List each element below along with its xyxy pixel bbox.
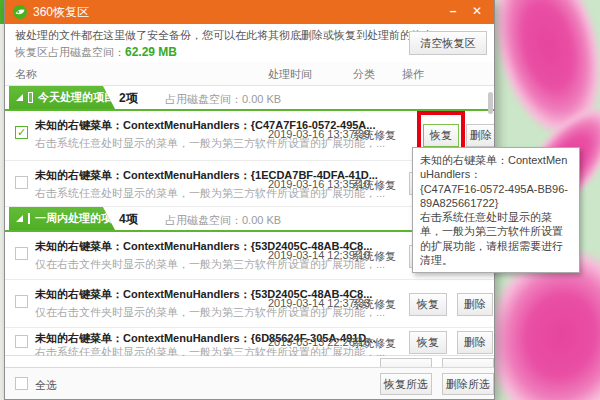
minimize-button[interactable]: – xyxy=(442,0,464,22)
group-title: 今天处理的项目 xyxy=(38,90,115,105)
column-time: 处理时间 xyxy=(268,67,312,82)
restore-selected-button[interactable]: 恢复所选 xyxy=(380,373,432,395)
group-checkbox[interactable] xyxy=(28,213,30,224)
group-banner[interactable]: 一周内处理的项目 xyxy=(9,207,115,230)
select-all-checkbox[interactable] xyxy=(15,377,28,390)
column-category: 分类 xyxy=(353,67,375,82)
group-title: 一周内处理的项目 xyxy=(35,211,123,226)
clipped-row xyxy=(5,356,494,367)
check-icon: ✓ xyxy=(17,126,26,138)
clipped-restore-button[interactable] xyxy=(380,358,432,367)
delete-button[interactable]: 删除 xyxy=(457,331,493,354)
bottom-action-bar: 全选 恢复所选 删除所选 xyxy=(5,367,494,399)
column-name: 名称 xyxy=(15,67,37,82)
row-checkbox-checked[interactable]: ✓ xyxy=(15,126,28,139)
clear-recovery-button[interactable]: 清空恢复区 xyxy=(409,31,487,55)
close-button[interactable]: ✕ xyxy=(466,0,488,22)
clipped-delete-button[interactable] xyxy=(442,358,494,367)
row-checkbox[interactable] xyxy=(15,295,28,308)
column-header-row: 名称 处理时间 分类 操作 xyxy=(5,62,494,86)
group-header-today: 今天处理的项目 2项 占用磁盘空间：0.00 KB xyxy=(5,86,494,111)
group-count: 4项 xyxy=(119,211,138,228)
app-logo-icon xyxy=(13,5,27,19)
table-row: 未知的右键菜单：ContextMenuHandlers：{6D85624F-30… xyxy=(5,328,494,356)
intro-section: 被处理的文件都在这里做了安全备份，您可以在此将其彻底删除或恢复到处理前的状态。 … xyxy=(5,24,494,62)
expand-arrow-icon[interactable] xyxy=(16,94,23,101)
delete-button[interactable]: 删除 xyxy=(457,293,493,316)
group-disk-usage: 占用磁盘空间：0.00 KB xyxy=(165,92,281,107)
disk-usage-value: 62.29 MB xyxy=(125,45,177,59)
row-category: 系统修复 xyxy=(352,249,396,264)
delete-button[interactable]: 删除 xyxy=(466,124,494,147)
row-checkbox[interactable] xyxy=(15,247,28,260)
disk-usage-label: 恢复区占用磁盘空间： xyxy=(15,46,125,58)
intro-description: 被处理的文件都在这里做了安全备份，您可以在此将其彻底删除或恢复到处理前的状态。 xyxy=(15,28,444,43)
row-category: 系统修复 xyxy=(352,178,396,193)
row-checkbox[interactable] xyxy=(15,335,28,348)
select-all-label: 全选 xyxy=(35,378,57,393)
row-category: 系统修复 xyxy=(352,128,396,143)
group-disk-usage: 占用磁盘空间：0.00 KB xyxy=(165,213,281,228)
group-banner[interactable]: 今天处理的项目 xyxy=(9,86,115,109)
restore-button[interactable]: 恢复 xyxy=(409,331,447,354)
restore-button[interactable]: 恢复 xyxy=(423,124,459,147)
row-category: 系统修复 xyxy=(352,336,396,351)
table-row: 未知的右键菜单：ContextMenuHandlers：{53D2405C-48… xyxy=(5,280,494,328)
tooltip-description: 右击系统任意处时显示的菜单，一般为第三方软件所设置的扩展功能，请根据需要进行清理… xyxy=(420,210,572,267)
row-category: 系统修复 xyxy=(352,297,396,312)
item-tooltip: 未知的右键菜单：ContextMenuHandlers： {C47A7F16-0… xyxy=(412,147,580,273)
expand-arrow-icon[interactable] xyxy=(16,215,23,222)
restore-button[interactable]: 恢复 xyxy=(409,293,447,316)
group-checkbox[interactable] xyxy=(28,92,33,103)
tooltip-guid: {C47A7F16-0572-495A-BB96-89A825661722} xyxy=(420,182,572,211)
disk-usage-line: 恢复区占用磁盘空间：62.29 MB xyxy=(15,45,177,60)
scrollbar-thumb[interactable] xyxy=(488,92,493,114)
tooltip-title: 未知的右键菜单：ContextMenuHandlers： xyxy=(420,153,572,182)
column-operation: 操作 xyxy=(402,67,424,82)
group-count: 2项 xyxy=(119,90,138,107)
titlebar: 360恢复区 – ✕ xyxy=(5,0,494,24)
delete-selected-button[interactable]: 删除所选 xyxy=(442,373,494,395)
row-checkbox[interactable] xyxy=(15,176,28,189)
window-title: 360恢复区 xyxy=(33,4,89,21)
